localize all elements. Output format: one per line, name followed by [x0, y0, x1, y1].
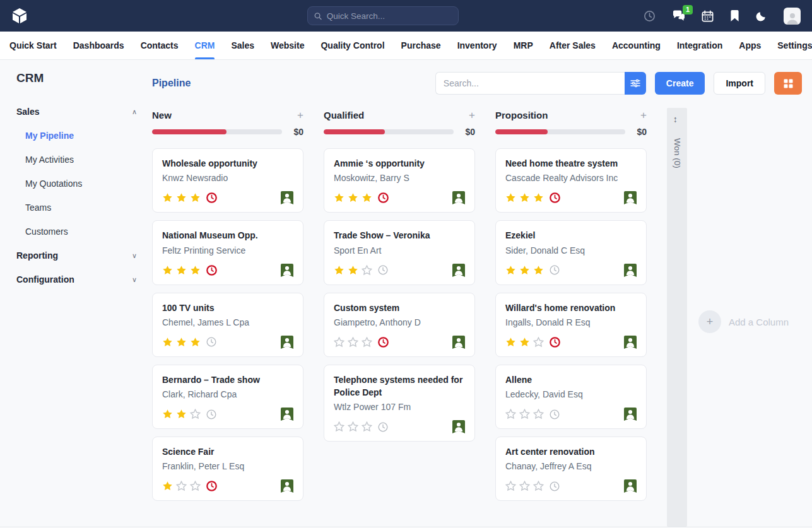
menu-item-mrp[interactable]: MRP [505, 32, 541, 59]
star-filled-icon[interactable] [162, 481, 173, 491]
menu-item-integration[interactable]: Integration [669, 32, 731, 59]
activity-clock-icon[interactable] [377, 421, 389, 433]
column-progress-bar[interactable] [152, 129, 282, 134]
import-button[interactable]: Import [714, 72, 765, 95]
opportunity-card[interactable]: Wholesale opportunity Knwz Newsradio [152, 148, 303, 213]
opportunity-card[interactable]: Telephone systems needed for Police Dept… [324, 365, 475, 442]
activity-clock-icon[interactable] [377, 264, 389, 276]
sidebar-section-reporting[interactable]: Reporting ∨ [16, 248, 148, 263]
star-empty-icon[interactable] [505, 481, 516, 491]
sidebar-section-configuration[interactable]: Configuration ∨ [16, 272, 148, 287]
opportunity-card[interactable]: Trade Show – Veronika Sport En Art [324, 220, 475, 285]
add-card-icon[interactable]: + [640, 110, 647, 120]
star-filled-icon[interactable] [162, 337, 173, 348]
activity-clock-icon[interactable] [206, 336, 217, 348]
star-filled-icon[interactable] [190, 337, 201, 348]
star-empty-icon[interactable] [533, 337, 544, 348]
opportunity-card[interactable]: Allene Ledecky, David Esq [495, 365, 647, 429]
salesperson-avatar-badge[interactable] [281, 264, 293, 277]
salesperson-avatar-badge[interactable] [452, 420, 465, 433]
star-empty-icon[interactable] [362, 337, 372, 348]
menu-item-website[interactable]: Website [262, 32, 312, 59]
menu-item-settings[interactable]: Settings [769, 32, 812, 59]
star-empty-icon[interactable] [362, 421, 372, 432]
activity-clock-icon[interactable] [206, 409, 217, 420]
sidebar-item-my-pipeline[interactable]: My Pipeline [25, 128, 148, 143]
kanban-view-button[interactable] [774, 72, 802, 95]
column-progress-bar[interactable] [324, 129, 454, 134]
activity-clock-icon[interactable] [206, 480, 218, 492]
menu-item-inventory[interactable]: Inventory [449, 32, 505, 59]
add-card-icon[interactable]: + [469, 110, 475, 120]
star-filled-icon[interactable] [334, 265, 344, 276]
star-filled-icon[interactable] [162, 409, 173, 419]
star-filled-icon[interactable] [505, 265, 516, 276]
messages-icon[interactable]: 1 [672, 10, 685, 22]
salesperson-avatar-badge[interactable] [452, 336, 465, 349]
activity-clock-icon[interactable] [206, 192, 218, 204]
menu-item-purchase[interactable]: Purchase [393, 32, 449, 59]
collapsed-column-won[interactable]: ↔ Won (0) [667, 108, 687, 527]
star-filled-icon[interactable] [162, 265, 173, 276]
star-filled-icon[interactable] [519, 337, 530, 348]
star-empty-icon[interactable] [190, 481, 201, 491]
salesperson-avatar-badge[interactable] [624, 264, 637, 277]
filter-button[interactable] [625, 72, 646, 95]
add-column-button[interactable]: + [698, 310, 721, 333]
salesperson-avatar-badge[interactable] [281, 191, 293, 204]
salesperson-avatar-badge[interactable] [624, 191, 637, 204]
star-filled-icon[interactable] [162, 192, 173, 203]
star-empty-icon[interactable] [505, 409, 516, 419]
star-empty-icon[interactable] [533, 481, 544, 491]
activity-clock-icon[interactable] [644, 10, 656, 22]
opportunity-card[interactable]: Art center renovation Chanay, Jeffrey A … [495, 437, 647, 501]
salesperson-avatar-badge[interactable] [452, 191, 465, 204]
opportunity-card[interactable]: Need home theatre system Cascade Realty … [495, 148, 647, 213]
menu-item-dashboards[interactable]: Dashboards [65, 32, 132, 59]
star-empty-icon[interactable] [348, 421, 358, 432]
expand-arrow-icon[interactable]: ↔ [672, 115, 682, 124]
sidebar-item-teams[interactable]: Teams [25, 200, 148, 215]
opportunity-card[interactable]: Willard's home renovation Ingalls, Donal… [495, 293, 647, 357]
create-button[interactable]: Create [655, 72, 705, 95]
opportunity-card[interactable]: 100 TV units Chemel, James L Cpa [152, 293, 303, 357]
star-filled-icon[interactable] [176, 337, 187, 348]
salesperson-avatar-badge[interactable] [281, 336, 293, 349]
opportunity-card[interactable]: National Museum Opp. Feltz Printing Serv… [152, 220, 303, 285]
activity-clock-icon[interactable] [377, 336, 389, 348]
star-filled-icon[interactable] [190, 192, 201, 203]
chevron-icon[interactable]: ∧ [132, 108, 137, 116]
star-filled-icon[interactable] [505, 192, 516, 203]
star-filled-icon[interactable] [519, 265, 530, 276]
user-avatar[interactable] [784, 8, 801, 25]
star-filled-icon[interactable] [176, 265, 187, 276]
sidebar-item-my-activities[interactable]: My Activities [25, 152, 148, 167]
menu-item-quick-start[interactable]: Quick Start [1, 32, 65, 59]
salesperson-avatar-badge[interactable] [281, 408, 293, 421]
star-empty-icon[interactable] [190, 409, 201, 419]
activity-clock-icon[interactable] [377, 192, 389, 204]
opportunity-card[interactable]: Bernardo – Trade show Clark, Richard Cpa [152, 365, 303, 429]
menu-item-sales[interactable]: Sales [223, 32, 262, 59]
star-empty-icon[interactable] [176, 481, 187, 491]
salesperson-avatar-badge[interactable] [624, 408, 637, 421]
star-empty-icon[interactable] [334, 337, 344, 348]
opportunity-card[interactable]: Science Fair Franklin, Peter L Esq [152, 437, 303, 501]
star-empty-icon[interactable] [519, 481, 530, 491]
activity-clock-icon[interactable] [549, 409, 560, 420]
menu-item-crm[interactable]: CRM [187, 32, 223, 59]
star-empty-icon[interactable] [348, 337, 358, 348]
star-empty-icon[interactable] [533, 409, 544, 419]
activity-clock-icon[interactable] [549, 264, 560, 276]
star-filled-icon[interactable] [176, 409, 187, 419]
salesperson-avatar-badge[interactable] [452, 264, 465, 277]
star-empty-icon[interactable] [519, 409, 530, 419]
menu-item-after-sales[interactable]: After Sales [541, 32, 604, 59]
calendar-icon[interactable] [702, 10, 714, 22]
star-filled-icon[interactable] [348, 192, 358, 203]
activity-clock-icon[interactable] [549, 481, 560, 492]
star-empty-icon[interactable] [334, 421, 344, 432]
activity-clock-icon[interactable] [206, 264, 218, 276]
opportunity-card[interactable]: Custom system Giampetro, Anthony D [324, 293, 475, 357]
bookmark-icon[interactable] [730, 10, 739, 21]
